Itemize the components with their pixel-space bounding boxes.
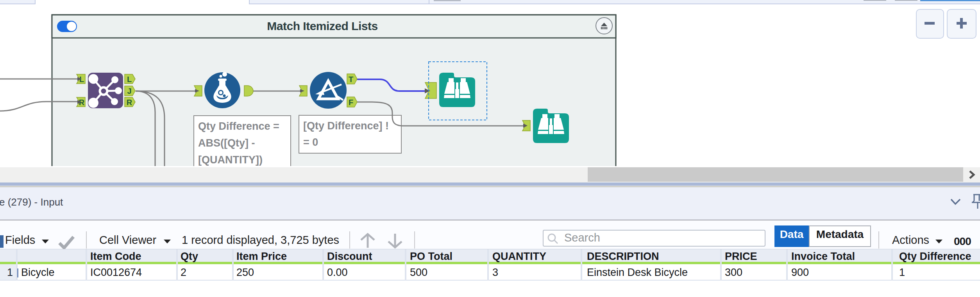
svg-text:J: J xyxy=(127,87,131,95)
svg-text:Match Itemized Lists: Match Itemized Lists xyxy=(267,20,377,32)
svg-text:= 0: = 0 xyxy=(303,136,318,148)
svg-text:ABS([Qty] -: ABS([Qty] - xyxy=(198,137,255,149)
svg-text:L: L xyxy=(127,75,132,84)
svg-text:R: R xyxy=(127,98,132,107)
svg-text:F: F xyxy=(349,98,353,107)
svg-text:[QUANTITY]): [QUANTITY]) xyxy=(198,154,263,166)
svg-text:T: T xyxy=(349,75,353,84)
svg-text:Qty Difference =: Qty Difference = xyxy=(198,120,279,132)
svg-text:[Qty Difference] !: [Qty Difference] ! xyxy=(303,120,389,132)
